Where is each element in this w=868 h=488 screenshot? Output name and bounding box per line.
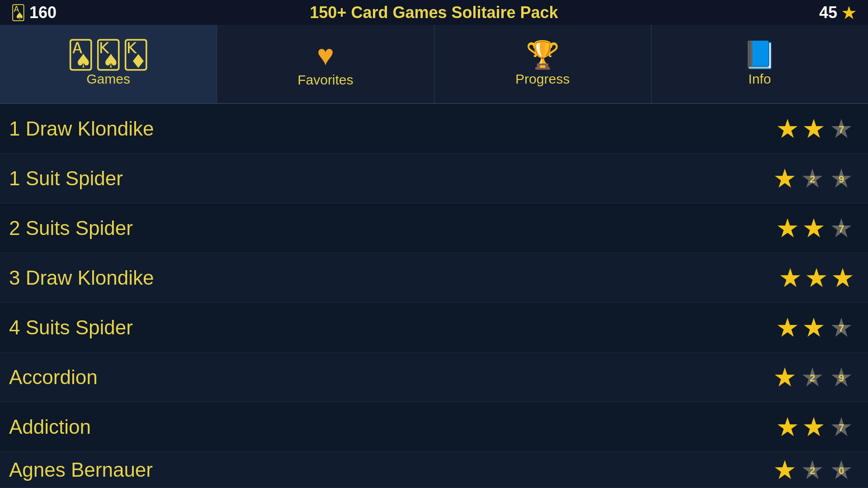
game-stars: ★ ★ ★ — [778, 265, 854, 291]
star-3: ★ — [831, 265, 854, 291]
star-3-badge: ★ 9 — [828, 364, 854, 390]
star-1: ★ — [773, 364, 797, 390]
game-stars: ★ ★ ★ 7 — [776, 414, 854, 440]
game-name: Addiction — [9, 416, 91, 438]
game-name: 1 Draw Klondike — [9, 117, 154, 140]
game-name: 3 Draw Klondike — [9, 267, 154, 289]
game-name: 1 Suit Spider — [9, 167, 123, 190]
star-1: ★ — [776, 215, 799, 241]
tab-favorites[interactable]: ♥ Favorites — [217, 25, 434, 103]
app-title: 150+ Card Games Solitaire Pack — [83, 3, 785, 22]
top-bar: 🂡 160 150+ Card Games Solitaire Pack 45 … — [0, 0, 868, 25]
tab-progress[interactable]: 🏆 Progress — [434, 25, 651, 103]
games-tab-label: Games — [86, 71, 130, 87]
star-2: ★ — [805, 265, 828, 291]
game-name: 2 Suits Spider — [9, 217, 133, 239]
book-icon: 📘 — [743, 42, 777, 69]
tab-info[interactable]: 📘 Info — [651, 25, 868, 103]
tab-games[interactable]: 🂡🂮🃎 Games — [0, 25, 217, 103]
game-stars: ★ ★ ★ 7 — [776, 314, 854, 341]
game-stars: ★ ★ ★ 7 — [776, 116, 854, 142]
game-name: Accordion — [9, 366, 98, 389]
favorites-tab-label: Favorites — [297, 72, 353, 88]
nav-tabs: 🂡🂮🃎 Games ♥ Favorites 🏆 Progress 📘 Info — [0, 25, 868, 104]
heart-icon: ♥ — [317, 41, 334, 70]
star-3-badge: ★ 7 — [828, 314, 854, 341]
game-stars: ★ ★ 2 ★ 9 — [773, 364, 854, 390]
star-2: ★ — [802, 215, 826, 241]
star-3-badge: ★ 0 — [828, 457, 854, 483]
star-3-badge: ★ 7 — [828, 116, 854, 142]
game-stars: ★ ★ 2 ★ 9 — [773, 165, 854, 192]
star-2: ★ — [802, 314, 826, 341]
table-row[interactable]: Addiction ★ ★ ★ 7 — [0, 402, 868, 452]
star-icon: ★ — [841, 2, 857, 23]
games-tab-icon: 🂡🂮🃎 — [67, 42, 150, 69]
table-row[interactable]: Accordion ★ ★ 2 ★ 9 — [0, 352, 868, 402]
table-row[interactable]: Agnes Bernauer ★ ★ 2 ★ 0 — [0, 452, 868, 488]
info-tab-label: Info — [748, 71, 771, 87]
game-name: 4 Suits Spider — [9, 316, 133, 339]
game-name: Agnes Bernauer — [9, 459, 153, 481]
star-1: ★ — [778, 265, 802, 291]
table-row[interactable]: 4 Suits Spider ★ ★ ★ 7 — [0, 303, 868, 352]
star-2-badge: ★ 2 — [799, 165, 826, 192]
score-value: 160 — [29, 3, 57, 22]
table-row[interactable]: 2 Suits Spider ★ ★ ★ 7 — [0, 203, 868, 253]
right-stars: 45 ★ — [785, 2, 857, 23]
table-row[interactable]: 3 Draw Klondike ★ ★ ★ — [0, 253, 868, 303]
star-2-badge: ★ 2 — [799, 457, 826, 483]
progress-tab-label: Progress — [515, 71, 570, 87]
star-1: ★ — [773, 165, 797, 192]
star-3-badge: ★ 9 — [828, 165, 854, 192]
left-score: 🂡 160 — [11, 3, 83, 22]
star-1: ★ — [776, 116, 799, 142]
game-stars: ★ ★ ★ 7 — [776, 215, 854, 241]
star-2: ★ — [802, 414, 826, 440]
cards-icon: 🂡 — [11, 4, 26, 21]
app-container: 🂡 160 150+ Card Games Solitaire Pack 45 … — [0, 0, 868, 488]
star-3-badge: ★ 7 — [828, 215, 854, 241]
star-2-badge: ★ 2 — [799, 364, 826, 390]
table-row[interactable]: 1 Draw Klondike ★ ★ ★ 7 — [0, 104, 868, 154]
star-3-badge: ★ 7 — [828, 414, 854, 440]
star-1: ★ — [776, 314, 799, 341]
star-1: ★ — [776, 414, 799, 440]
table-row[interactable]: 1 Suit Spider ★ ★ 2 ★ 9 — [0, 154, 868, 203]
star-1: ★ — [773, 457, 797, 483]
trophy-icon: 🏆 — [526, 42, 560, 69]
total-stars-count: 45 — [819, 3, 837, 22]
game-list: 1 Draw Klondike ★ ★ ★ 7 1 Suit Spider ★ … — [0, 104, 868, 488]
game-stars: ★ ★ 2 ★ 0 — [773, 457, 854, 483]
star-2: ★ — [802, 116, 826, 142]
